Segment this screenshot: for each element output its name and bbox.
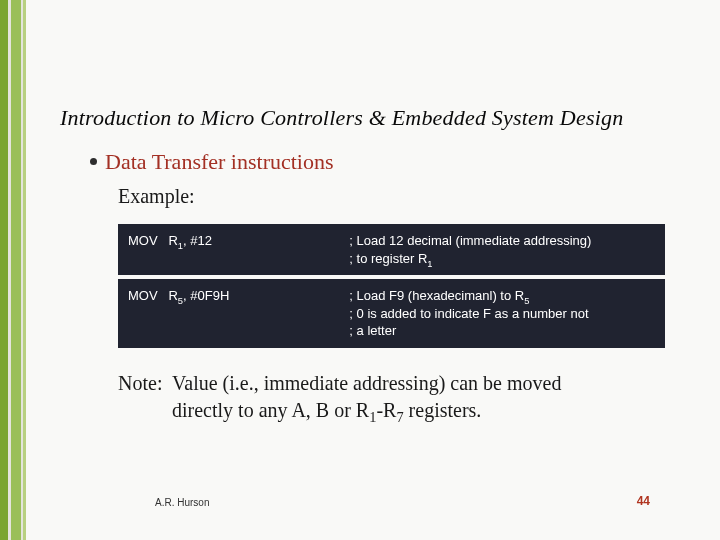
code-table: MOV R1, #12 ; Load 12 decimal (immediate…: [118, 224, 665, 348]
code-row: MOV R1, #12 ; Load 12 decimal (immediate…: [118, 224, 665, 279]
mnemonic: MOV: [128, 233, 158, 248]
footer-page-number: 44: [637, 494, 650, 508]
note-span: -R: [376, 399, 396, 421]
slide-title: Introduction to Micro Controllers & Embe…: [60, 105, 665, 131]
stripe: [11, 0, 21, 540]
note-text-line2: directly to any A, B or R1-R7 registers.: [60, 397, 665, 424]
bullet-dot-icon: [90, 158, 97, 165]
instruction-cell: MOV R1, #12: [128, 232, 349, 267]
comment-cell: ; Load F9 (hexadecimanl) to R5; 0 is add…: [349, 287, 655, 340]
bullet-row: Data Transfer instructions: [60, 149, 665, 175]
note-span: directly to any A, B or R: [172, 399, 369, 421]
comment-cell: ; Load 12 decimal (immediate addressing)…: [349, 232, 655, 267]
example-label: Example:: [60, 185, 665, 208]
note-span: registers.: [404, 399, 482, 421]
note-line: Note: Value (i.e., immediate addressing)…: [118, 372, 561, 394]
note-text: Note: Value (i.e., immediate addressing)…: [60, 370, 665, 397]
stripe: [0, 0, 8, 540]
arg-text: , #0F9H: [183, 288, 229, 303]
slide-content: Introduction to Micro Controllers & Embe…: [60, 105, 665, 510]
arg-text: , #12: [183, 233, 212, 248]
arg-text: R: [168, 233, 177, 248]
bullet-text: Data Transfer instructions: [105, 149, 334, 175]
footer-author: A.R. Hurson: [155, 497, 209, 508]
stripe: [23, 0, 26, 540]
mnemonic: MOV: [128, 288, 158, 303]
reg-sub: 7: [396, 409, 403, 425]
code-row: MOV R5, #0F9H ; Load F9 (hexadecimanl) t…: [118, 279, 665, 348]
decorative-sidebar: [0, 0, 38, 540]
arg-text: R: [168, 288, 177, 303]
instruction-cell: MOV R5, #0F9H: [128, 287, 349, 340]
